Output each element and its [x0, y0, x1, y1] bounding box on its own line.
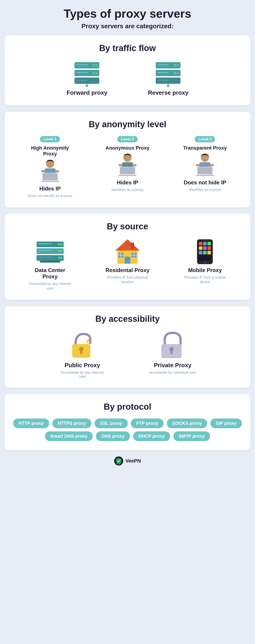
- svg-rect-78: [207, 251, 211, 254]
- svg-rect-83: [80, 350, 82, 354]
- svg-point-16: [177, 64, 179, 66]
- reverse-proxy-icon: [153, 60, 183, 87]
- footer: VeePN: [4, 456, 251, 466]
- svg-point-5: [92, 72, 95, 74]
- protocol-tags-row: HTTP proxy HTTPS proxy SSL proxy FTP pro…: [11, 418, 244, 441]
- traffic-row: Forward proxy Reverse proxy: [11, 60, 244, 96]
- reverse-proxy-item: Reverse proxy: [148, 60, 188, 96]
- anon-item-1: Level 1 High Anonymity Proxy Hides IP Do…: [27, 136, 73, 198]
- svg-rect-70: [199, 242, 202, 246]
- ip-label-2: Hides IP: [117, 180, 138, 186]
- source-item-datacenter: Data Center Proxy Accessible by any inte…: [27, 238, 73, 291]
- source-title: By source: [11, 222, 244, 232]
- svg-rect-37: [118, 175, 137, 176]
- svg-rect-44: [196, 175, 214, 176]
- anonymity-card: By anonymity level Level 1 High Anonymit…: [4, 112, 251, 208]
- access-name-private: Private Proxy: [154, 362, 191, 369]
- svg-rect-72: [207, 242, 211, 246]
- svg-rect-7: [76, 64, 88, 65]
- anonymity-title: By anonymity level: [11, 120, 244, 129]
- access-item-private: Private Proxy Accessibile by individual …: [148, 330, 198, 375]
- svg-rect-89: [170, 350, 173, 354]
- level-badge-1: Level 1: [40, 136, 60, 142]
- svg-rect-19: [158, 64, 169, 65]
- svg-rect-77: [203, 251, 207, 254]
- svg-point-48: [58, 243, 60, 246]
- svg-point-4: [95, 64, 98, 66]
- source-item-residential: Residental Proxy Provides IP from physic…: [105, 238, 150, 285]
- svg-point-23: [167, 84, 170, 87]
- svg-rect-75: [207, 246, 211, 250]
- proto-tag-0: HTTP proxy: [13, 418, 49, 428]
- person-icon-2: [115, 153, 140, 178]
- access-sub-public: Accessibile by any internet user: [57, 370, 107, 379]
- svg-rect-40: [196, 164, 200, 166]
- svg-rect-55: [38, 250, 52, 251]
- protocol-card: By protocol HTTP proxy HTTPS proxy SSL p…: [4, 394, 251, 450]
- proto-tag-5: SIP proxy: [210, 418, 242, 428]
- source-item-mobile: Mobile Proxy Provides IP from a mobile d…: [182, 238, 228, 285]
- protocol-title: By protocol: [11, 402, 244, 412]
- private-lock-icon: [159, 330, 186, 360]
- svg-rect-20: [158, 72, 169, 73]
- source-sub-residential: Provides IP from physical location: [105, 275, 150, 285]
- svg-rect-27: [55, 170, 59, 172]
- ip-label-3: Does not hide IP: [184, 180, 226, 186]
- source-card: By source Data Center Proxy: [4, 214, 251, 300]
- source-name-datacenter: Data Center Proxy: [27, 267, 73, 280]
- svg-rect-21: [158, 80, 169, 81]
- svg-rect-41: [209, 164, 214, 166]
- svg-rect-29: [43, 173, 57, 180]
- svg-point-51: [60, 250, 62, 252]
- svg-point-18: [177, 72, 179, 74]
- level-badge-2: Level 2: [117, 136, 138, 142]
- source-name-mobile: Mobile Proxy: [188, 267, 222, 274]
- person-icon-3: [193, 153, 217, 178]
- anon-name-3: Transparent Proxy: [183, 145, 227, 151]
- svg-rect-74: [203, 246, 207, 250]
- proto-tag-2: SSL proxy: [95, 418, 128, 428]
- svg-rect-57: [40, 261, 60, 262]
- level-badge-3: Level 3: [195, 136, 215, 142]
- residential-icon: [113, 238, 142, 265]
- source-name-residential: Residental Proxy: [106, 267, 150, 274]
- anonymity-row: Level 1 High Anonymity Proxy Hides IP Do…: [11, 136, 244, 198]
- svg-point-49: [60, 243, 62, 246]
- anon-item-2: Level 2 Anonymous Proxy Hides IP Identif…: [105, 136, 150, 192]
- anon-item-3: Level 3 Transparent Proxy Does not hide …: [182, 136, 228, 192]
- forward-proxy-item: Forward proxy: [67, 60, 107, 96]
- datacenter-icon: [35, 238, 65, 265]
- anon-name-2: Anonymous Proxy: [106, 145, 149, 151]
- access-sub-private: Accessibile by individual user: [149, 370, 196, 375]
- svg-rect-56: [38, 257, 52, 258]
- svg-point-53: [60, 257, 62, 259]
- svg-rect-26: [41, 170, 46, 172]
- access-item-public: Public Proxy Accessibile by any internet…: [57, 330, 107, 379]
- svg-point-50: [58, 250, 60, 252]
- forward-proxy-icon: [72, 60, 102, 87]
- proto-tag-4: SOCKS proxy: [167, 418, 207, 428]
- svg-point-79: [204, 261, 206, 264]
- svg-point-3: [92, 64, 95, 66]
- svg-rect-59: [131, 243, 134, 249]
- svg-rect-54: [38, 243, 52, 244]
- proto-tag-3: FTP proxy: [131, 418, 164, 428]
- svg-rect-71: [203, 242, 207, 246]
- page-subtitle: Proxy servers are categorized:: [4, 22, 251, 30]
- ip-sub-3: Identifies as a proxy: [189, 188, 221, 192]
- svg-point-11: [85, 84, 88, 87]
- person-icon-1: [38, 159, 62, 184]
- access-name-public: Public Proxy: [64, 362, 100, 369]
- proto-tag-9: SMTP proxy: [173, 431, 210, 441]
- footer-brand: VeePN: [125, 458, 141, 464]
- svg-point-52: [58, 257, 60, 259]
- svg-rect-76: [199, 251, 202, 254]
- svg-rect-33: [118, 164, 123, 166]
- svg-marker-58: [115, 239, 140, 250]
- traffic-flow-card: By traffic flow Forward: [4, 36, 251, 105]
- access-card: By accessibility Public Proxy Accessibil…: [4, 306, 251, 388]
- page-title: Types of proxy servers: [4, 7, 251, 20]
- forward-proxy-label: Forward proxy: [67, 89, 107, 96]
- svg-rect-36: [120, 167, 135, 174]
- traffic-title: By traffic flow: [11, 44, 244, 53]
